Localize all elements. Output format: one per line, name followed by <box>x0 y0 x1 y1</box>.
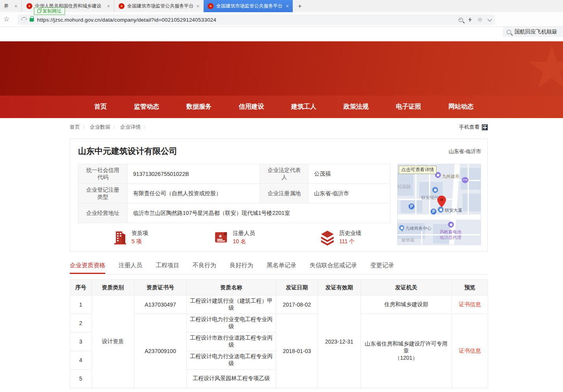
address-field[interactable]: https://jzsc.mohurd.gov.cn/data/company/… <box>18 15 495 25</box>
col-header: 发证机关 <box>361 280 452 296</box>
tab-change-records[interactable]: 变更记录 <box>370 262 394 274</box>
field-label: 企业法定代表人 <box>260 164 308 184</box>
crumb-company-data[interactable]: 企业数据 <box>90 124 110 131</box>
tab-qualifications[interactable]: 企业资质资格 <box>70 262 105 274</box>
browser-tab-bar: 界 × ★ 中华人民共和国住房和城乡建设 × ★ 全国建筑市场监管公共服务平台 … <box>0 0 563 12</box>
browser-url-bar: ☆ https://jzsc.mohurd.gov.cn/data/compan… <box>0 12 563 27</box>
poi-label: 九州超市 <box>442 174 459 179</box>
tab-title: 全国建筑市场监管公共服务平台 <box>216 3 282 9</box>
tab-registered-personnel[interactable]: 注册人员 <box>119 262 142 274</box>
company-detail-card: 山东中元建筑设计有限公司 山东省-临沂市 统一社会信用代码 9137130267… <box>70 139 488 252</box>
site-favicon-icon: ★ <box>119 3 124 9</box>
certificate-info-link[interactable]: 证书信息 <box>459 348 481 354</box>
nav-policy[interactable]: 政策法规 <box>344 103 369 111</box>
parking-pin-icon: P <box>409 203 414 209</box>
row-no: 4 <box>70 351 92 370</box>
tab-close-icon[interactable]: × <box>14 3 17 9</box>
field-label: 统一社会信用代码 <box>78 164 128 184</box>
bookmark-star-icon[interactable]: ☆ <box>4 15 9 23</box>
mobile-view-label: 手机查看 <box>459 124 479 131</box>
browser-tab[interactable]: 界 × <box>0 0 22 12</box>
nav-credit[interactable]: 信用建设 <box>239 103 264 111</box>
stat-value[interactable]: 5 项 <box>132 238 148 245</box>
business-pin-icon <box>399 225 404 230</box>
favorite-star-icon[interactable]: ☆ <box>478 16 483 23</box>
browser-window: 界 × ★ 中华人民共和国住房和城乡建设 × ★ 全国建筑市场监管公共服务平台 … <box>0 0 563 392</box>
building-pin-icon <box>432 187 438 193</box>
atm-pin-icon: ATM <box>462 177 468 183</box>
company-name: 山东中元建筑设计有限公司 <box>78 146 177 157</box>
mobile-view-button[interactable]: 手机查看 <box>459 124 488 131</box>
nav-site-news[interactable]: 网站动态 <box>448 103 474 111</box>
qualification-name: 工程设计建筑行业（建筑工程）甲级 <box>187 296 276 314</box>
field-value: 临沂市兰山区陶然路107号星河晶都（联安）现代城1号楼2201室 <box>127 203 390 223</box>
field-value: 山东省-临沂市 <box>308 184 390 203</box>
site-favicon-icon: ★ <box>208 3 214 9</box>
nav-e-license[interactable]: 电子证照 <box>396 103 421 111</box>
nav-supervision[interactable]: 监管动态 <box>134 103 159 111</box>
tab-dishonesty-records[interactable]: 失信联合惩戒记录 <box>310 262 357 274</box>
svg-text:★: ★ <box>218 233 223 239</box>
tab-blacklist[interactable]: 黑名单记录 <box>267 262 296 274</box>
field-value: 91371302675501022B <box>127 164 260 184</box>
browser-tab-active[interactable]: ★ 全国建筑市场监管公共服务平台 × <box>204 0 293 12</box>
main-nav: 首页 监管动态 数据服务 信用建设 建筑工人 政策法规 电子证照 网站动态 <box>0 96 563 118</box>
tab-title: 界 <box>4 3 9 9</box>
qr-code-icon <box>482 124 488 130</box>
browser-search-box[interactable]: 国航回应飞机颠簸 <box>503 27 563 37</box>
new-tab-button[interactable]: + <box>295 2 305 11</box>
map-tooltip: 点击可查看详情 <box>399 166 437 174</box>
crumb-company-detail[interactable]: 企业详情 <box>120 124 141 131</box>
tab-close-icon[interactable]: × <box>286 3 289 9</box>
breadcrumb-row: 首页〉 企业数据〉 企业详情〉 手机查看 <box>70 124 488 132</box>
location-map[interactable]: 点击可查看详情 九州超市 ATM 纪花园 联安现代城 P P 联安大厦 九峰商务… <box>397 164 481 245</box>
flash-icon[interactable] <box>468 17 472 22</box>
col-header: 序号 <box>70 280 92 296</box>
copy-icon <box>37 9 41 13</box>
lock-icon <box>30 18 34 22</box>
issuing-authority: 住房和城乡建设部 <box>361 296 452 314</box>
browser-search-text[interactable]: 国航回应飞机颠簸 <box>515 28 557 35</box>
search-icon <box>507 30 511 34</box>
field-value: 公茂福 <box>308 164 390 184</box>
tab-projects[interactable]: 工程项目 <box>156 262 179 274</box>
poi-label: 风帆蓄电池 <box>440 229 461 235</box>
certificate-info-link[interactable]: 证书信息 <box>459 301 481 307</box>
nav-workers[interactable]: 建筑工人 <box>291 103 316 111</box>
browser-tab[interactable]: ★ 全国建筑市场监管公共服务平台 × <box>115 0 204 12</box>
certificate-no: A237009100 <box>134 314 187 388</box>
table-row: 企业登记注册类型 有限责任公司（自然人投资或控股） 企业注册属地 山东省-临沂市 <box>78 184 390 203</box>
poi-label: 九峰商务中心 <box>405 226 431 231</box>
tab-close-icon[interactable]: × <box>107 3 110 9</box>
stat-value[interactable]: 10 名 <box>233 238 255 245</box>
tab-close-icon[interactable]: × <box>196 3 199 9</box>
chevron-down-icon[interactable] <box>487 17 492 21</box>
company-location-marker[interactable] <box>437 196 446 207</box>
qualification-table: 序号 资质类别 资质证书号 资质名称 发证日期 发证有效期 发证机关 预览 1 … <box>70 279 488 388</box>
nav-home[interactable]: 首页 <box>94 103 107 111</box>
table-row: 1 设计资质 A137030497 工程设计建筑行业（建筑工程）甲级 2017-… <box>70 296 488 314</box>
issue-date: 2017-08-02 <box>276 296 318 314</box>
field-label: 企业登记注册类型 <box>78 184 128 203</box>
url-actions: ☆ <box>459 16 491 23</box>
field-value: 有限责任公司（自然人投资或控股） <box>127 184 260 203</box>
tab-bad-behavior[interactable]: 不良行为 <box>193 262 216 274</box>
qualification-name: 工程设计市政行业道路工程专业丙级 <box>187 333 276 351</box>
table-row: 企业经营地址 临沂市兰山区陶然路107号星河晶都（联安）现代城1号楼2201室 <box>78 203 390 223</box>
crumb-home[interactable]: 首页 <box>70 124 80 131</box>
tab-good-behavior[interactable]: 良好行为 <box>230 262 253 274</box>
company-region: 山东省-临沂市 <box>449 148 481 155</box>
col-header: 发证日期 <box>276 280 318 296</box>
qualification-name: 工程设计风景园林工程专项乙级 <box>187 370 276 388</box>
col-header: 发证有效期 <box>318 280 361 296</box>
zoom-out-icon[interactable] <box>459 18 463 22</box>
nav-data-service[interactable]: 数据服务 <box>186 103 212 111</box>
company-info-table: 统一社会信用代码 91371302675501022B 企业法定代表人 公茂福 … <box>78 164 390 223</box>
col-header: 资质类别 <box>92 280 134 296</box>
poi-label: 纪花园 <box>398 184 411 190</box>
breadcrumb: 首页〉 企业数据〉 企业详情〉 <box>70 124 488 131</box>
shield-icon[interactable] <box>22 17 26 22</box>
url-text[interactable]: https://jzsc.mohurd.gov.cn/data/company/… <box>37 17 216 23</box>
stat-value[interactable]: 111 个 <box>339 238 361 245</box>
poi-label: 临沂总代理 <box>440 235 461 240</box>
